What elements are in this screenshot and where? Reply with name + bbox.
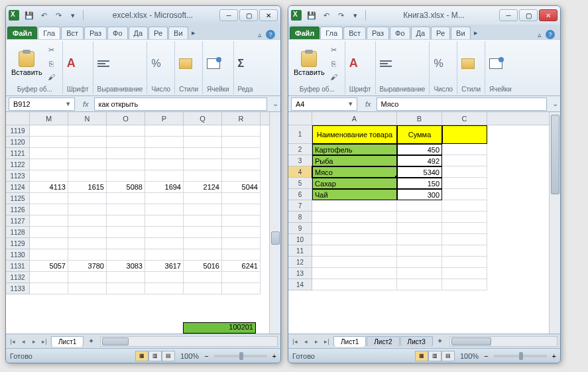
- normal-view-icon[interactable]: ▦: [135, 351, 148, 361]
- cell[interactable]: 4113: [30, 182, 68, 193]
- row-header[interactable]: 5: [288, 178, 312, 189]
- prev-sheet-icon[interactable]: ◂: [18, 336, 29, 347]
- select-all-corner[interactable]: [288, 112, 312, 125]
- number-button[interactable]: %: [434, 58, 443, 70]
- last-sheet-icon[interactable]: ▸|: [39, 336, 50, 347]
- name-box[interactable]: A4▾: [291, 97, 357, 111]
- zoom-in-icon[interactable]: +: [272, 352, 276, 360]
- row-header[interactable]: 13: [288, 268, 312, 279]
- cell[interactable]: 450: [397, 144, 442, 155]
- last-sheet-icon[interactable]: ▸|: [322, 336, 332, 347]
- tab-layout[interactable]: Раз: [367, 27, 389, 39]
- cell[interactable]: 5340: [397, 166, 442, 178]
- row-header[interactable]: 1120: [6, 137, 29, 148]
- col-header[interactable]: C: [442, 112, 487, 125]
- cell[interactable]: 3083: [107, 261, 145, 272]
- tab-home[interactable]: Гла: [38, 27, 60, 39]
- autosum-icon[interactable]: Σ: [238, 58, 245, 70]
- active-cell[interactable]: Мясо: [312, 166, 397, 178]
- row-header[interactable]: 11: [288, 245, 312, 257]
- col-header[interactable]: A: [312, 112, 397, 125]
- formula-input[interactable]: Мясо: [377, 97, 547, 111]
- page-break-icon[interactable]: ▤: [162, 351, 175, 361]
- cut-icon[interactable]: ✂: [45, 44, 58, 56]
- sheet-tab[interactable]: Лист3: [400, 336, 433, 347]
- row-header[interactable]: 4: [288, 166, 312, 178]
- tab-view[interactable]: Ви: [168, 27, 188, 39]
- row-header[interactable]: 1127: [6, 216, 29, 227]
- cell[interactable]: 300: [397, 189, 442, 200]
- sheet-tab[interactable]: Лист1: [51, 336, 84, 347]
- align-button[interactable]: [97, 58, 111, 69]
- tab-file[interactable]: Файл: [290, 27, 320, 39]
- cell[interactable]: 3780: [68, 261, 107, 272]
- maximize-button[interactable]: ▢: [519, 9, 538, 21]
- row-header[interactable]: 10: [288, 234, 312, 245]
- row-header[interactable]: 2: [288, 144, 312, 155]
- redo-icon[interactable]: ↷: [52, 9, 64, 21]
- styles-button[interactable]: [179, 58, 192, 69]
- row-header[interactable]: 1133: [6, 283, 29, 294]
- cell[interactable]: Чай: [312, 189, 397, 200]
- cell[interactable]: 5044: [222, 182, 261, 193]
- cell[interactable]: 5057: [30, 261, 68, 272]
- titlebar[interactable]: 💾 ↶ ↷ ▾ excel.xlsx - Microsoft... ─ ▢ ✕: [6, 6, 280, 25]
- col-header[interactable]: Q: [184, 112, 222, 125]
- zoom-out-icon[interactable]: −: [204, 352, 208, 360]
- minimize-button[interactable]: ─: [219, 9, 238, 21]
- cell[interactable]: 1615: [68, 182, 107, 193]
- vertical-scrollbar[interactable]: [549, 112, 560, 334]
- cut-icon[interactable]: ✂: [327, 44, 341, 56]
- expand-formula-icon[interactable]: ⌄: [550, 99, 560, 108]
- row-header[interactable]: 1122: [6, 159, 29, 170]
- paste-button[interactable]: Вставить: [11, 51, 42, 76]
- zoom-level[interactable]: 100%: [460, 352, 479, 360]
- row-header[interactable]: 1121: [6, 148, 29, 159]
- tabs-more-icon[interactable]: ▸: [189, 27, 198, 39]
- header-cell[interactable]: [442, 125, 487, 144]
- page-layout-icon[interactable]: ▥: [148, 351, 162, 361]
- chevron-down-icon[interactable]: ▾: [66, 99, 70, 108]
- row-header[interactable]: 14: [288, 279, 312, 290]
- minimize-ribbon-icon[interactable]: ▵: [258, 31, 262, 39]
- prev-sheet-icon[interactable]: ◂: [300, 336, 311, 347]
- vertical-scrollbar[interactable]: [269, 112, 280, 334]
- formula-input[interactable]: как открыть: [94, 97, 267, 111]
- cells-button[interactable]: [207, 58, 220, 69]
- tab-data[interactable]: Да: [129, 27, 148, 39]
- header-cell[interactable]: Наименование товара: [312, 125, 397, 144]
- cell[interactable]: Картофель: [312, 144, 397, 155]
- col-header[interactable]: O: [107, 112, 145, 125]
- spreadsheet-grid[interactable]: 1 2 3 4 5 6 7 8 9 10 11 12 13 14 A B C: [288, 112, 560, 334]
- cell[interactable]: 5016: [184, 261, 222, 272]
- tab-layout[interactable]: Раз: [84, 27, 107, 39]
- tab-formulas[interactable]: Фо: [390, 27, 410, 39]
- col-header[interactable]: B: [397, 112, 442, 125]
- row-header[interactable]: 1125: [6, 193, 29, 204]
- titlebar[interactable]: 💾 ↶ ↷ ▾ Книга3.xlsx - M... ─ ▢ ✕: [288, 6, 560, 25]
- select-all-corner[interactable]: [6, 112, 30, 125]
- page-break-icon[interactable]: ▤: [441, 351, 455, 361]
- help-icon[interactable]: ?: [546, 30, 555, 39]
- number-button[interactable]: %: [151, 58, 160, 70]
- row-header[interactable]: 9: [288, 223, 312, 234]
- cell[interactable]: 3617: [145, 261, 184, 272]
- cell[interactable]: 6241: [222, 261, 261, 272]
- next-sheet-icon[interactable]: ▸: [311, 336, 322, 347]
- sheet-tab[interactable]: Лист2: [367, 336, 399, 347]
- name-box[interactable]: B912▾: [9, 97, 75, 111]
- tab-file[interactable]: Файл: [7, 27, 37, 39]
- cell[interactable]: 2124: [184, 182, 222, 193]
- save-icon[interactable]: 💾: [23, 9, 35, 21]
- undo-icon[interactable]: ↶: [38, 9, 50, 21]
- zoom-out-icon[interactable]: −: [484, 352, 488, 360]
- row-header[interactable]: 1123: [6, 170, 29, 182]
- page-layout-icon[interactable]: ▥: [428, 351, 441, 361]
- row-header[interactable]: 12: [288, 257, 312, 268]
- tab-review[interactable]: Ре: [148, 27, 168, 39]
- row-header[interactable]: 1129: [6, 238, 29, 249]
- undo-icon[interactable]: ↶: [320, 9, 332, 21]
- zoom-slider[interactable]: [214, 355, 267, 357]
- minimize-ribbon-icon[interactable]: ▵: [538, 31, 542, 39]
- cell[interactable]: Сахар: [312, 178, 397, 189]
